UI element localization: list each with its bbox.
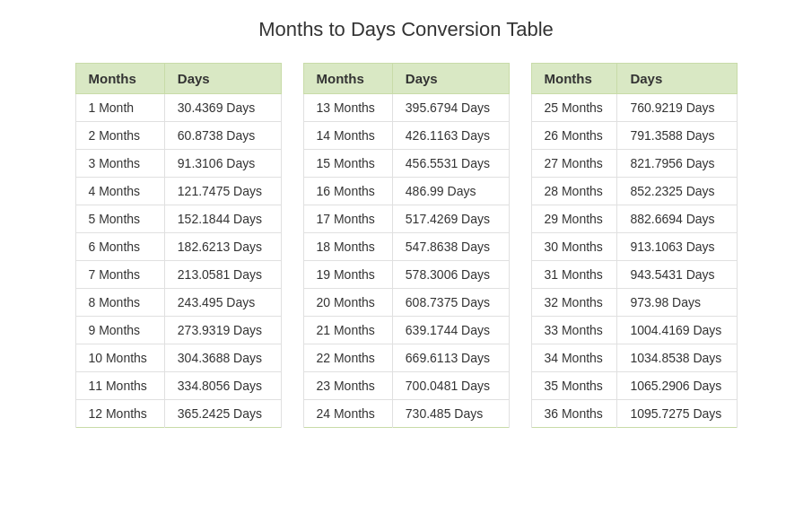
table-row: 36 Months1095.7275 Days	[531, 400, 737, 428]
table-row: 5 Months152.1844 Days	[75, 205, 281, 233]
months-cell: 14 Months	[303, 122, 392, 150]
months-cell: 19 Months	[303, 261, 392, 289]
table-row: 10 Months304.3688 Days	[75, 344, 281, 372]
days-cell: 486.99 Days	[392, 178, 509, 205]
months-cell: 21 Months	[303, 317, 392, 344]
days-cell: 517.4269 Days	[392, 205, 509, 233]
months-cell: 5 Months	[75, 205, 164, 233]
days-cell: 91.3106 Days	[164, 150, 281, 178]
table-row: 13 Months395.6794 Days	[303, 94, 509, 122]
table-row: 31 Months943.5431 Days	[531, 261, 737, 289]
days-cell: 60.8738 Days	[164, 122, 281, 150]
months-cell: 26 Months	[531, 122, 617, 150]
col-header-months: Months	[303, 64, 392, 94]
months-cell: 16 Months	[303, 178, 392, 205]
days-cell: 304.3688 Days	[164, 344, 281, 372]
table-row: 2 Months60.8738 Days	[75, 122, 281, 150]
days-cell: 791.3588 Days	[617, 122, 737, 150]
months-cell: 34 Months	[531, 344, 617, 372]
months-cell: 4 Months	[75, 178, 164, 205]
months-cell: 8 Months	[75, 289, 164, 317]
days-cell: 426.1163 Days	[392, 122, 509, 150]
months-cell: 6 Months	[75, 233, 164, 261]
months-cell: 20 Months	[303, 289, 392, 317]
months-cell: 11 Months	[75, 372, 164, 400]
months-cell: 23 Months	[303, 372, 392, 400]
table-row: 32 Months973.98 Days	[531, 289, 737, 317]
col-header-days: Days	[617, 64, 737, 94]
table-row: 33 Months1004.4169 Days	[531, 317, 737, 344]
months-cell: 9 Months	[75, 317, 164, 344]
months-cell: 13 Months	[303, 94, 392, 122]
months-cell: 18 Months	[303, 233, 392, 261]
table-row: 27 Months821.7956 Days	[531, 150, 737, 178]
days-cell: 821.7956 Days	[617, 150, 737, 178]
days-cell: 273.9319 Days	[164, 317, 281, 344]
days-cell: 1095.7275 Days	[617, 400, 737, 428]
months-cell: 10 Months	[75, 344, 164, 372]
table-row: 26 Months791.3588 Days	[531, 122, 737, 150]
table-row: 29 Months882.6694 Days	[531, 205, 737, 233]
table-row: 9 Months273.9319 Days	[75, 317, 281, 344]
days-cell: 913.1063 Days	[617, 233, 737, 261]
conversion-table-1: MonthsDays1 Month30.4369 Days2 Months60.…	[75, 63, 282, 428]
days-cell: 30.4369 Days	[164, 94, 281, 122]
days-cell: 365.2425 Days	[164, 400, 281, 428]
days-cell: 243.495 Days	[164, 289, 281, 317]
table-row: 11 Months334.8056 Days	[75, 372, 281, 400]
days-cell: 334.8056 Days	[164, 372, 281, 400]
days-cell: 639.1744 Days	[392, 317, 509, 344]
days-cell: 760.9219 Days	[617, 94, 737, 122]
months-cell: 28 Months	[531, 178, 617, 205]
months-cell: 32 Months	[531, 289, 617, 317]
days-cell: 1065.2906 Days	[617, 372, 737, 400]
days-cell: 973.98 Days	[617, 289, 737, 317]
days-cell: 578.3006 Days	[392, 261, 509, 289]
days-cell: 1004.4169 Days	[617, 317, 737, 344]
days-cell: 943.5431 Days	[617, 261, 737, 289]
table-row: 24 Months730.485 Days	[303, 400, 509, 428]
conversion-table-3: MonthsDays25 Months760.9219 Days26 Month…	[531, 63, 738, 428]
days-cell: 456.5531 Days	[392, 150, 509, 178]
days-cell: 700.0481 Days	[392, 372, 509, 400]
table-row: 17 Months517.4269 Days	[303, 205, 509, 233]
table-row: 15 Months456.5531 Days	[303, 150, 509, 178]
days-cell: 152.1844 Days	[164, 205, 281, 233]
col-header-days: Days	[164, 64, 281, 94]
tables-container: MonthsDays1 Month30.4369 Days2 Months60.…	[18, 63, 794, 428]
months-cell: 17 Months	[303, 205, 392, 233]
days-cell: 182.6213 Days	[164, 233, 281, 261]
page-title: Months to Days Conversion Table	[18, 18, 794, 41]
days-cell: 1034.8538 Days	[617, 344, 737, 372]
months-cell: 24 Months	[303, 400, 392, 428]
table-row: 18 Months547.8638 Days	[303, 233, 509, 261]
table-row: 8 Months243.495 Days	[75, 289, 281, 317]
days-cell: 730.485 Days	[392, 400, 509, 428]
table-row: 19 Months578.3006 Days	[303, 261, 509, 289]
table-row: 34 Months1034.8538 Days	[531, 344, 737, 372]
months-cell: 3 Months	[75, 150, 164, 178]
table-row: 12 Months365.2425 Days	[75, 400, 281, 428]
table-row: 3 Months91.3106 Days	[75, 150, 281, 178]
table-row: 7 Months213.0581 Days	[75, 261, 281, 289]
months-cell: 29 Months	[531, 205, 617, 233]
months-cell: 25 Months	[531, 94, 617, 122]
months-cell: 33 Months	[531, 317, 617, 344]
table-row: 22 Months669.6113 Days	[303, 344, 509, 372]
days-cell: 852.2325 Days	[617, 178, 737, 205]
table-row: 1 Month30.4369 Days	[75, 94, 281, 122]
months-cell: 7 Months	[75, 261, 164, 289]
col-header-days: Days	[392, 64, 509, 94]
table-row: 28 Months852.2325 Days	[531, 178, 737, 205]
table-row: 25 Months760.9219 Days	[531, 94, 737, 122]
months-cell: 2 Months	[75, 122, 164, 150]
months-cell: 15 Months	[303, 150, 392, 178]
table-row: 23 Months700.0481 Days	[303, 372, 509, 400]
months-cell: 22 Months	[303, 344, 392, 372]
days-cell: 669.6113 Days	[392, 344, 509, 372]
table-row: 6 Months182.6213 Days	[75, 233, 281, 261]
months-cell: 27 Months	[531, 150, 617, 178]
table-row: 14 Months426.1163 Days	[303, 122, 509, 150]
days-cell: 547.8638 Days	[392, 233, 509, 261]
months-cell: 35 Months	[531, 372, 617, 400]
